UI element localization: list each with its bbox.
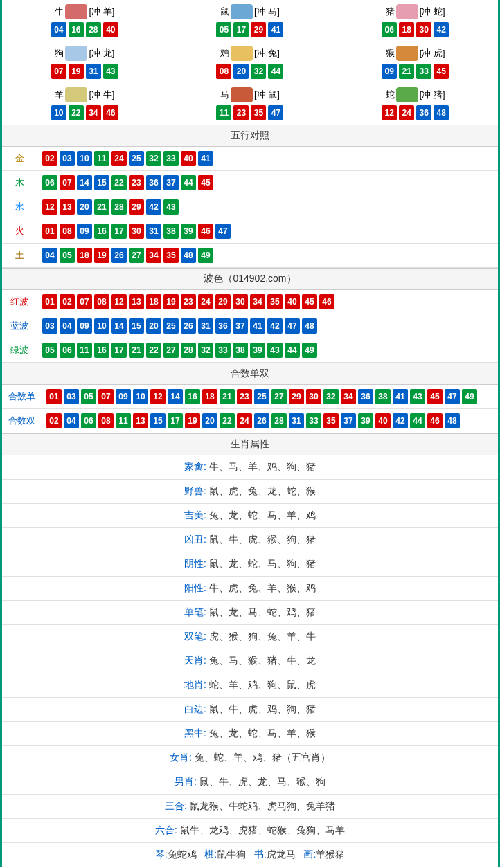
zodiac-animal-icon: [65, 4, 87, 19]
zodiac-title: 猪[冲 蛇]: [386, 4, 445, 19]
number-ball: 49: [198, 248, 213, 263]
number-ball: 12: [111, 294, 127, 309]
number-ball: 03: [42, 318, 57, 334]
attr-row: 单笔: 鼠、龙、马、蛇、鸡、猪: [2, 601, 498, 625]
attr-row: 凶丑: 鼠、牛、虎、猴、狗、猪: [2, 528, 498, 552]
number-ball: 08: [216, 64, 231, 79]
number-ball: 20: [77, 199, 92, 215]
attr-row: 黑中: 兔、龙、蛇、马、羊、猴: [2, 722, 498, 746]
number-ball: 45: [434, 64, 449, 79]
number-ball: 32: [146, 151, 161, 166]
number-ball: 23: [237, 389, 252, 404]
number-ball: 22: [111, 175, 127, 190]
zodiac-animal-icon: [65, 46, 87, 61]
number-ball: 36: [416, 105, 431, 120]
number-ball: 10: [77, 151, 92, 166]
zodiac-title: 蛇[冲 猪]: [386, 87, 445, 102]
ball-row: 火0108091617303138394647: [2, 219, 498, 244]
footer-key: 琴:: [155, 849, 168, 860]
number-ball: 31: [289, 413, 304, 428]
row-label: 木: [2, 177, 37, 189]
number-ball: 39: [358, 413, 373, 428]
number-ball: 42: [393, 413, 408, 428]
zodiac-title: 狗[冲 龙]: [55, 46, 114, 61]
number-ball: 27: [163, 343, 179, 358]
row-balls: 04051819262734354849: [37, 248, 498, 263]
number-ball: 20: [233, 64, 249, 79]
number-ball: 06: [42, 175, 57, 190]
zodiac-balls: 05172941: [168, 22, 333, 37]
number-ball: 46: [198, 224, 213, 239]
number-ball: 01: [42, 294, 57, 309]
number-ball: 46: [427, 413, 443, 428]
number-ball: 35: [267, 294, 283, 309]
row-balls: 0103050709101214161821232527293032343638…: [41, 389, 498, 404]
number-ball: 16: [69, 22, 84, 37]
number-ball: 29: [251, 22, 266, 37]
zodiac-cell: 猴[冲 虎]09213345: [332, 42, 498, 83]
number-ball: 26: [181, 318, 196, 334]
number-ball: 06: [60, 343, 75, 358]
number-ball: 07: [98, 389, 114, 404]
attr-val: 兔、龙、蛇、马、羊、猴: [206, 727, 316, 739]
attr-key: 六合:: [155, 824, 177, 835]
zodiac-balls: 09213345: [332, 64, 498, 79]
zodiac-animal-icon: [396, 87, 418, 102]
number-ball: 17: [111, 224, 127, 239]
zodiac-chong: [冲 猪]: [420, 89, 445, 101]
number-ball: 45: [427, 389, 443, 404]
row-label: 金: [2, 152, 37, 165]
zodiac-title: 马[冲 鼠]: [220, 87, 280, 102]
number-ball: 31: [198, 318, 213, 334]
number-ball: 02: [46, 413, 62, 428]
attr-row: 男肖: 鼠、牛、虎、龙、马、猴、狗: [2, 770, 498, 795]
attr-key: 阳性:: [184, 582, 206, 593]
number-ball: 06: [382, 22, 397, 37]
zodiac-name: 牛: [55, 6, 64, 18]
number-ball: 47: [285, 318, 300, 334]
zodiac-animal-icon: [396, 4, 418, 19]
number-ball: 31: [86, 64, 101, 79]
bose-table: 红波0102070812131819232429303435404546蓝波03…: [2, 290, 498, 363]
zodiac-chong: [冲 兔]: [254, 47, 280, 60]
zodiac-title: 鸡[冲 兔]: [220, 46, 280, 61]
number-ball: 20: [146, 318, 161, 334]
number-ball: 24: [237, 413, 252, 428]
attr-val: 鼠、牛、虎、鸡、狗、猪: [206, 703, 316, 714]
number-ball: 33: [215, 343, 231, 358]
number-ball: 37: [341, 413, 356, 428]
number-ball: 47: [445, 389, 460, 404]
attr-key: 地肖:: [184, 679, 206, 690]
row-label: 水: [2, 201, 37, 213]
number-ball: 45: [302, 294, 317, 309]
number-ball: 19: [69, 64, 84, 79]
number-ball: 14: [77, 175, 92, 190]
wuxing-table: 金02031011242532334041木060714152223363744…: [2, 147, 498, 268]
zodiac-cell: 狗[冲 龙]07193143: [2, 42, 168, 83]
attr-val: 鼠、龙、马、蛇、鸡、猪: [206, 606, 316, 617]
attr-val: 兔、龙、蛇、马、羊、鸡: [206, 509, 316, 521]
row-label: 蓝波: [2, 320, 37, 332]
row-label: 合数双: [2, 415, 41, 427]
number-ball: 35: [163, 248, 179, 263]
number-ball: 40: [181, 151, 196, 166]
row-balls: 1213202128294243: [37, 199, 498, 215]
number-ball: 21: [220, 389, 235, 404]
number-ball: 48: [434, 105, 449, 120]
number-ball: 33: [163, 151, 179, 166]
zodiac-cell: 鼠[冲 马]05172941: [168, 0, 333, 42]
number-ball: 42: [434, 22, 449, 37]
number-ball: 18: [202, 389, 217, 404]
number-ball: 01: [42, 224, 57, 239]
number-ball: 28: [111, 199, 127, 215]
zodiac-grid: 牛[冲 羊]04162840鼠[冲 马]05172941猪[冲 蛇]061830…: [2, 0, 498, 125]
attr-key: 家禽:: [184, 461, 206, 472]
number-ball: 42: [267, 318, 283, 334]
zodiac-name: 狗: [55, 47, 64, 60]
number-ball: 29: [129, 199, 144, 215]
attr-val: 鼠牛、龙鸡、虎猪、蛇猴、兔狗、马羊: [177, 824, 345, 835]
number-ball: 17: [168, 413, 183, 428]
row-balls: 02031011242532334041: [37, 151, 498, 166]
number-ball: 46: [319, 294, 334, 309]
number-ball: 09: [77, 224, 92, 239]
